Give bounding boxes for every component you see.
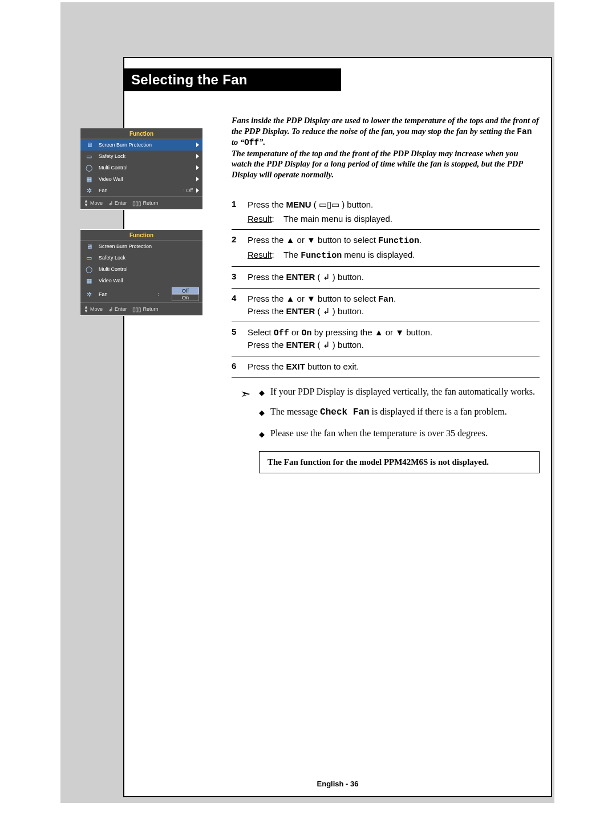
osd-footer-enter: Enter — [115, 200, 127, 206]
note-item: If your PDP Display is displayed vertica… — [259, 385, 540, 398]
updown-icon: ▲▼ — [84, 305, 88, 313]
intro-text: The temperature of the top and the front… — [232, 149, 522, 179]
step-text: ( ▭▯▭ ) button. — [311, 200, 374, 209]
step-text: Press the ▲ or ▼ button to select — [248, 294, 378, 303]
step-body: Select Off or On by pressing the ▲ or ▼ … — [248, 327, 540, 351]
osd-item-video-wall: ▦ Video Wall — [80, 173, 202, 185]
osd-header: Function — [80, 128, 202, 139]
step-body: Press the EXIT button to exit. — [248, 361, 540, 372]
intro-text: to “ — [232, 137, 244, 147]
notes-block: ➣ If your PDP Display is displayed verti… — [232, 385, 540, 448]
osd-item-label: Multi Control — [99, 266, 199, 272]
osd-item-label: Safety Lock — [99, 153, 193, 159]
note-text: Please use the fan when the temperature … — [270, 427, 488, 440]
chevron-right-icon — [196, 177, 199, 181]
osd-item-label: Screen Burn Protection — [99, 244, 199, 249]
osd-item-multi-control: ◯ Multi Control — [80, 263, 202, 275]
function-label: Function — [301, 251, 342, 261]
osd-footer: ▲▼Move ↲Enter ▯▯▯Return — [80, 302, 202, 315]
circle-icon: ◯ — [83, 265, 95, 274]
note-mono: Check Fan — [320, 407, 369, 417]
gear-icon: ✲ — [83, 290, 95, 299]
chevron-right-icon — [196, 165, 199, 170]
step-2: 2 Press the ▲ or ▼ button to select Func… — [232, 230, 540, 267]
osd-item-safety-lock: ▭ Safety Lock — [80, 252, 202, 263]
step-6: 6 Press the EXIT button to exit. — [232, 356, 540, 378]
result-text: The main menu is displayed. — [283, 214, 392, 224]
step-number: 5 — [232, 327, 248, 351]
step-number: 1 — [232, 199, 248, 225]
note-text: The message — [270, 407, 320, 416]
osd-item-value: : Off — [183, 188, 193, 193]
osd-footer-return: Return — [143, 306, 158, 312]
osd-item-screen-burn: 🖥 Screen Burn Protection — [80, 139, 202, 151]
enter-label: ENTER — [286, 306, 315, 316]
step-number: 2 — [232, 234, 248, 262]
on-label: On — [302, 328, 312, 338]
fan-label: Fan — [378, 295, 394, 305]
note-text: If your PDP Display is displayed vertica… — [270, 385, 535, 398]
main-content: Fans inside the PDP Display are used to … — [232, 115, 540, 473]
step-text: ( ↲ ) button. — [315, 272, 364, 282]
osd-item-label: Multi Control — [99, 165, 193, 171]
osd-item-video-wall: ▦ Video Wall — [80, 275, 202, 286]
step-text: . — [419, 235, 422, 245]
osd-menu-function: Function 🖥 Screen Burn Protection ▭ Safe… — [80, 128, 203, 210]
step-body: Press the ENTER ( ↲ ) button. — [248, 271, 540, 283]
picture-icon: 🖥 — [83, 140, 95, 149]
circle-icon: ◯ — [83, 163, 95, 172]
return-icon: ▯▯▯ — [132, 306, 141, 313]
steps-list: 1 Press the MENU ( ▭▯▭ ) button. Result:… — [232, 194, 540, 378]
updown-icon: ▲▼ — [84, 199, 88, 207]
step-number: 6 — [232, 361, 248, 372]
chevron-right-icon — [196, 154, 199, 159]
step-text: Press the — [248, 362, 286, 371]
enter-label: ENTER — [286, 272, 315, 282]
step-1: 1 Press the MENU ( ▭▯▭ ) button. Result:… — [232, 194, 540, 230]
step-text: by pressing the ▲ or ▼ button. — [312, 327, 432, 337]
osd-item-label: Fan — [99, 188, 181, 193]
enter-label: ENTER — [286, 340, 315, 350]
note-text: is displayed if there is a fan problem. — [370, 407, 507, 416]
step-body: Press the ▲ or ▼ button to select Fan. P… — [248, 293, 540, 318]
osd-footer: ▲▼Move ↲Enter ▯▯▯Return — [80, 196, 202, 209]
osd-footer-enter: Enter — [115, 306, 127, 312]
step-5: 5 Select Off or On by pressing the ▲ or … — [232, 322, 540, 356]
step-text: or — [289, 327, 302, 337]
exit-label: EXIT — [286, 362, 305, 371]
step-text: Press the — [248, 340, 286, 350]
osd-item-fan: ✲ Fan : Off On — [80, 286, 202, 302]
step-text: Press the — [248, 200, 286, 209]
off-label: Off — [274, 328, 289, 338]
step-text: ( ↲ ) button. — [315, 306, 364, 316]
osd-header: Function — [80, 230, 202, 241]
return-icon: ▯▯▯ — [132, 200, 141, 206]
model-note-box: The Fan function for the model PPM42M6S … — [259, 451, 540, 473]
intro-text: Fans inside the PDP Display are used to … — [232, 116, 539, 136]
step-text: Press the — [248, 306, 286, 316]
pointing-hand-icon: ➣ — [232, 385, 259, 448]
screen-icon: ▭ — [83, 253, 95, 262]
osd-footer-move: Move — [90, 306, 103, 312]
picture-icon: 🖥 — [83, 242, 95, 251]
result-text: menu is displayed. — [342, 250, 415, 259]
step-body: Press the ▲ or ▼ button to select Functi… — [248, 234, 540, 262]
grid-icon: ▦ — [83, 276, 95, 285]
step-text: . — [394, 294, 396, 303]
step-number: 3 — [232, 271, 248, 283]
result-label: Result — [248, 214, 272, 224]
page-background: Selecting the Fan Function 🖥 Screen Burn… — [60, 2, 554, 803]
step-text: Press the — [248, 272, 286, 282]
osd-item-safety-lock: ▭ Safety Lock — [80, 151, 202, 162]
step-body: Press the MENU ( ▭▯▭ ) button. Result: T… — [248, 199, 540, 225]
osd-item-fan: ✲ Fan : Off — [80, 185, 202, 196]
osd-item-label: Safety Lock — [99, 255, 199, 261]
osd-item-label: Video Wall — [99, 176, 193, 182]
function-label: Function — [378, 236, 419, 246]
note-item: Please use the fan when the temperature … — [259, 427, 540, 440]
intro-mono: Off — [244, 138, 259, 147]
chevron-right-icon — [196, 143, 199, 147]
intro-text: ”. — [259, 137, 265, 147]
osd-item-label: Screen Burn Protection — [99, 142, 193, 148]
gear-icon: ✲ — [83, 186, 95, 195]
